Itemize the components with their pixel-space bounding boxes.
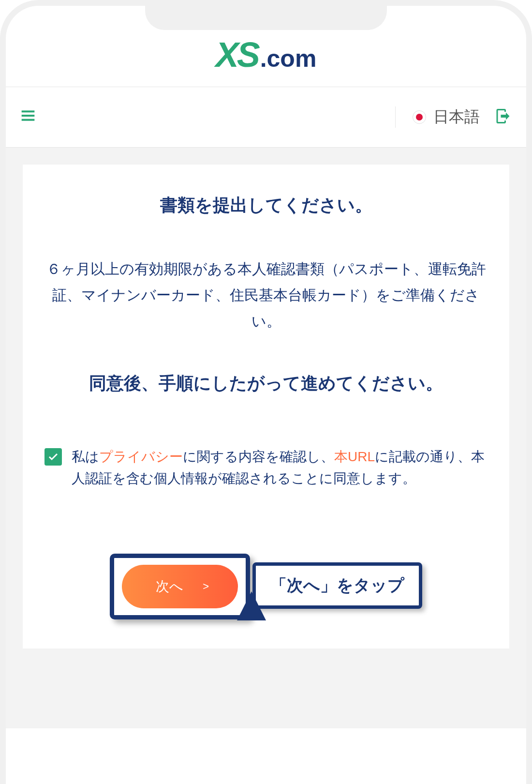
consent-subtitle: 同意後、手順にしたがって進めてください。	[44, 368, 488, 398]
page-title: 書類を提出してください。	[44, 194, 488, 217]
chevron-right-icon: >	[203, 580, 209, 593]
next-button-label: 次へ	[156, 577, 183, 596]
japan-flag-icon	[413, 110, 426, 124]
consent-checkbox[interactable]	[44, 448, 62, 466]
privacy-link[interactable]: プライバシー	[99, 449, 183, 464]
logo-xs-text: XS	[216, 35, 258, 75]
logo-section: XS .com	[6, 35, 526, 87]
phone-frame: XS .com 日本語	[0, 0, 532, 784]
language-label: 日本語	[433, 106, 480, 128]
consent-prefix: 私は	[72, 449, 99, 464]
button-highlight-frame: 次へ >	[110, 554, 250, 619]
consent-row: 私はプライバシーに関する内容を確認し、本URLに記載の通り、本人認証を含む個人情…	[44, 446, 488, 490]
annotation-callout: 「次へ」をタップ	[252, 562, 422, 609]
svg-rect-2	[22, 119, 35, 121]
content-area: XS .com 日本語	[6, 6, 526, 728]
consent-text: 私はプライバシーに関する内容を確認し、本URLに記載の通り、本人認証を含む個人情…	[72, 446, 488, 490]
header-bar: 日本語	[6, 87, 526, 148]
button-container: 次へ > 「次へ」をタップ	[44, 528, 488, 619]
phone-notch	[145, 6, 387, 30]
header-right: 日本語	[395, 106, 512, 128]
consent-mid: に関する内容を確認し、	[183, 449, 334, 464]
next-button[interactable]: 次へ >	[122, 565, 238, 608]
document-card: 書類を提出してください。 ６ヶ月以上の有効期限がある本人確認書類（パスポート、運…	[23, 165, 509, 648]
url-link[interactable]: 本URL	[334, 449, 375, 464]
language-selector[interactable]: 日本語	[395, 106, 480, 128]
svg-rect-1	[22, 115, 35, 117]
logo-com-text: .com	[260, 45, 317, 73]
hamburger-menu-icon[interactable]	[20, 108, 36, 126]
main-area: 書類を提出してください。 ６ヶ月以上の有効期限がある本人確認書類（パスポート、運…	[6, 148, 526, 728]
annotation-label: 「次へ」をタップ	[270, 576, 404, 594]
svg-rect-0	[22, 110, 35, 112]
logout-icon[interactable]	[494, 107, 512, 127]
document-description: ６ヶ月以上の有効期限がある本人確認書類（パスポート、運転免許証、マイナンバーカー…	[44, 256, 488, 334]
xs-logo: XS .com	[216, 35, 317, 75]
annotation-arrow-icon	[232, 591, 271, 627]
svg-marker-3	[237, 591, 266, 620]
